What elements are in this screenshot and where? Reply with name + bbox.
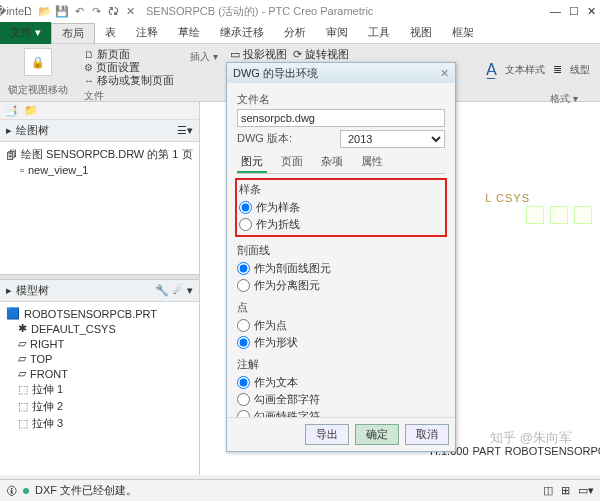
save-icon[interactable]: 💾 bbox=[55, 4, 69, 18]
sb-geom-icon[interactable]: ◫ bbox=[543, 484, 553, 497]
app-icon: �intel bbox=[4, 4, 18, 18]
left-pane: 📑 📁 ▸ 绘图树☰▾ 🗐 绘图 SENSORPCB.DRW 的第 1 页 ▫ … bbox=[0, 102, 200, 475]
lock-view-label: 锁定视图移动 bbox=[8, 83, 68, 97]
model-tree[interactable]: 🟦 ROBOTSENSORPCB.PRT ✱ DEFAULT_CSYS ▱ RI… bbox=[0, 302, 199, 475]
tab-sketch[interactable]: 草绘 bbox=[168, 23, 210, 42]
tab-frame[interactable]: 框架 bbox=[442, 23, 484, 42]
status-dot bbox=[23, 488, 29, 494]
ok-button[interactable]: 确定 bbox=[355, 424, 399, 445]
watermark: 知乎 @朱向军 bbox=[490, 429, 572, 447]
tab-analyze[interactable]: 分析 bbox=[274, 23, 316, 42]
note-stroke-all[interactable]: 勾画全部字符 bbox=[237, 391, 445, 408]
point-as-shape[interactable]: 作为形状 bbox=[237, 334, 445, 351]
hatch-as-hatch[interactable]: 作为剖面线图元 bbox=[237, 260, 445, 277]
sb-snap-icon[interactable]: ⊞ bbox=[561, 484, 570, 497]
tree-view[interactable]: ▫ new_view_1 bbox=[6, 163, 193, 177]
regen-icon[interactable]: 🗘 bbox=[106, 4, 120, 18]
close-icon[interactable]: ✕ bbox=[587, 5, 596, 18]
tab-pages[interactable]: 页面 bbox=[277, 152, 307, 173]
menubar: 文件 ▾ 布局 表 注释 草绘 继承迁移 分析 审阅 工具 视图 框架 bbox=[0, 22, 600, 44]
tab-view[interactable]: 视图 bbox=[400, 23, 442, 42]
tab-layout[interactable]: 布局 bbox=[51, 23, 95, 43]
hatch-as-sep[interactable]: 作为分离图元 bbox=[237, 277, 445, 294]
move-copy-page-btn[interactable]: ↔ 移动或复制页面 bbox=[84, 74, 174, 87]
plane-right[interactable]: ▱ RIGHT bbox=[6, 336, 193, 351]
group-format[interactable]: 格式 ▾ bbox=[550, 92, 578, 106]
tab-tools[interactable]: 工具 bbox=[358, 23, 400, 42]
version-label: DWG 版本: bbox=[237, 131, 334, 146]
close-win-icon[interactable]: ✕ bbox=[123, 4, 137, 18]
page-settings-btn[interactable]: ⚙ 页面设置 bbox=[84, 61, 140, 74]
rotate-view-btn[interactable]: ⟳ 旋转视图 bbox=[293, 47, 349, 62]
redo-icon[interactable]: ↷ bbox=[89, 4, 103, 18]
version-select[interactable]: 2013 bbox=[340, 130, 445, 148]
highlight-box: 样条 作为样条 作为折线 bbox=[235, 178, 447, 237]
undo-icon[interactable]: ↶ bbox=[72, 4, 86, 18]
group-note: 注解 bbox=[237, 357, 445, 372]
filename-label: 文件名 bbox=[237, 92, 445, 107]
csys-node[interactable]: ✱ DEFAULT_CSYS bbox=[6, 321, 193, 336]
new-icon[interactable]: 🗋 bbox=[21, 4, 35, 18]
group-point: 点 bbox=[237, 300, 445, 315]
point-as-point[interactable]: 作为点 bbox=[237, 317, 445, 334]
drawing-tree[interactable]: 🗐 绘图 SENSORPCB.DRW 的第 1 页 ▫ new_view_1 bbox=[0, 142, 199, 274]
tab-annotate[interactable]: 注释 bbox=[126, 23, 168, 42]
window-title: SENSORPCB (活动的) - PTC Creo Parametric bbox=[146, 4, 373, 19]
group-hatch: 剖面线 bbox=[237, 243, 445, 258]
sb-filter-icon[interactable]: ▭▾ bbox=[578, 484, 594, 497]
tab-review[interactable]: 审阅 bbox=[316, 23, 358, 42]
model-tree-header[interactable]: ▸ 模型树 🔧 ☄ ▾ bbox=[0, 280, 199, 302]
spline-as-polyline[interactable]: 作为折线 bbox=[239, 216, 443, 233]
tab-misc[interactable]: 杂项 bbox=[317, 152, 347, 173]
line-style-btn[interactable]: ≣ bbox=[553, 63, 562, 76]
titlebar: �intel 🗋 📂 💾 ↶ ↷ 🗘 ✕ SENSORPCB (活动的) - P… bbox=[0, 0, 600, 22]
projection-toolbar: ▭ 投影视图 ⟳ 旋转视图 bbox=[228, 46, 351, 63]
plane-top[interactable]: ▱ TOP bbox=[6, 351, 193, 366]
status-icon[interactable]: 🛈 bbox=[6, 485, 17, 497]
export-dialog: DWG 的导出环境 ✕ 文件名 DWG 版本: 2013 图元 页面 杂项 属性… bbox=[226, 62, 456, 452]
status-bar: 🛈 DXF 文件已经创建。 ◫ ⊞ ▭▾ bbox=[0, 479, 600, 501]
lock-view-icon[interactable]: 🔒 bbox=[24, 48, 52, 76]
file-menu[interactable]: 文件 ▾ bbox=[0, 22, 51, 44]
canvas-tool-3[interactable] bbox=[574, 206, 592, 224]
dialog-close-icon[interactable]: ✕ bbox=[440, 67, 449, 80]
csys-label: L CSYS bbox=[485, 192, 530, 204]
open-icon[interactable]: 📂 bbox=[38, 4, 52, 18]
tab-table[interactable]: 表 bbox=[95, 23, 126, 42]
prt-node[interactable]: 🟦 ROBOTSENSORPCB.PRT bbox=[6, 306, 193, 321]
export-button[interactable]: 导出 bbox=[305, 424, 349, 445]
tab-props[interactable]: 属性 bbox=[357, 152, 387, 173]
status-text: DXF 文件已经创建。 bbox=[35, 483, 137, 498]
note-as-text[interactable]: 作为文本 bbox=[237, 374, 445, 391]
group-insert[interactable]: 插入 ▾ bbox=[190, 50, 218, 64]
canvas-tool-icons bbox=[526, 206, 592, 224]
minimize-icon[interactable]: — bbox=[550, 5, 561, 18]
nav-tab-icon2[interactable]: 📁 bbox=[24, 104, 38, 117]
cancel-button[interactable]: 取消 bbox=[405, 424, 449, 445]
group-spline: 样条 bbox=[239, 182, 443, 197]
drawing-tree-header[interactable]: ▸ 绘图树☰▾ bbox=[0, 120, 199, 142]
maximize-icon[interactable]: ☐ bbox=[569, 5, 579, 18]
canvas-tool-2[interactable] bbox=[550, 206, 568, 224]
nav-tab-icon[interactable]: 📑 bbox=[4, 104, 18, 117]
extrude-2[interactable]: ⬚ 拉伸 2 bbox=[6, 398, 193, 415]
tree-tool-icon[interactable]: 🔧 bbox=[155, 284, 169, 297]
dialog-titlebar[interactable]: DWG 的导出环境 ✕ bbox=[227, 63, 455, 83]
extrude-3[interactable]: ⬚ 拉伸 3 bbox=[6, 415, 193, 432]
tree-menu-icon[interactable]: ▾ bbox=[187, 284, 193, 297]
tree-root[interactable]: 🗐 绘图 SENSORPCB.DRW 的第 1 页 bbox=[6, 146, 193, 163]
projection-view-btn[interactable]: ▭ 投影视图 bbox=[230, 47, 287, 62]
tree-filter-icon[interactable]: ☄ bbox=[173, 284, 183, 297]
filename-input[interactable] bbox=[237, 109, 445, 127]
note-stroke-special[interactable]: 勾画特殊字符 bbox=[237, 408, 445, 417]
spline-as-spline[interactable]: 作为样条 bbox=[239, 199, 443, 216]
group-file: 文件 bbox=[84, 89, 104, 103]
plane-front[interactable]: ▱ FRONT bbox=[6, 366, 193, 381]
tab-inherit[interactable]: 继承迁移 bbox=[210, 23, 274, 42]
new-page-btn[interactable]: 🗋 新页面 bbox=[84, 48, 130, 61]
extrude-1[interactable]: ⬚ 拉伸 1 bbox=[6, 381, 193, 398]
tree-settings-icon[interactable]: ☰▾ bbox=[177, 124, 193, 137]
text-style-btn[interactable]: A̲ bbox=[486, 60, 497, 79]
canvas-tool-1[interactable] bbox=[526, 206, 544, 224]
tab-entities[interactable]: 图元 bbox=[237, 152, 267, 173]
